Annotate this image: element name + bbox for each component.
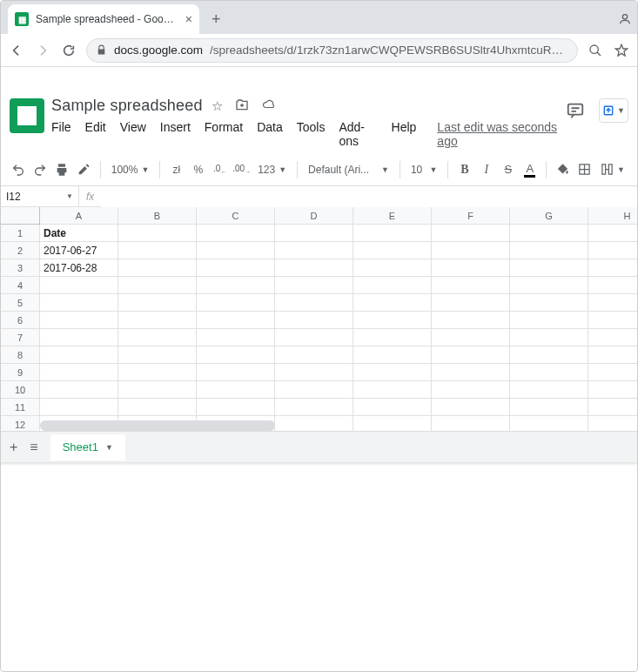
cell[interactable]	[353, 294, 432, 312]
cell[interactable]	[118, 242, 197, 259]
cell[interactable]	[432, 294, 510, 312]
cell[interactable]	[118, 277, 197, 294]
cell[interactable]	[588, 364, 637, 381]
formula-input[interactable]	[101, 186, 637, 207]
cell[interactable]	[510, 259, 588, 277]
bold-button[interactable]: B	[455, 160, 473, 179]
horizontal-scrollbar[interactable]	[40, 420, 275, 431]
all-sheets-button[interactable]: ≡	[30, 440, 37, 455]
search-icon[interactable]	[587, 42, 604, 59]
cell[interactable]	[275, 399, 353, 416]
cell[interactable]	[275, 242, 353, 259]
sheet-tab-menu-icon[interactable]: ▼	[105, 443, 113, 452]
cell[interactable]	[40, 364, 118, 381]
cell[interactable]	[118, 346, 197, 364]
row-header[interactable]: 7	[1, 329, 40, 346]
cell[interactable]	[432, 259, 510, 277]
column-header[interactable]: E	[353, 207, 432, 225]
menu-edit[interactable]: Edit	[85, 120, 106, 148]
undo-button[interactable]	[10, 160, 28, 179]
cell[interactable]	[510, 277, 588, 294]
add-sheet-button[interactable]: +	[10, 440, 17, 455]
cloud-status-icon[interactable]	[261, 98, 277, 114]
cell[interactable]	[40, 346, 118, 364]
cell[interactable]	[353, 259, 432, 277]
row-header[interactable]: 9	[1, 364, 40, 381]
column-header[interactable]: D	[275, 207, 353, 225]
new-tab-button[interactable]: +	[199, 4, 233, 34]
cell[interactable]	[432, 277, 510, 294]
cell[interactable]	[197, 346, 275, 364]
cell[interactable]: Date	[40, 225, 118, 242]
zoom-selector[interactable]: 100%▼	[108, 164, 153, 176]
name-box[interactable]: I12▼	[1, 186, 79, 207]
cell[interactable]	[40, 399, 118, 416]
cell[interactable]	[353, 364, 432, 381]
cell[interactable]	[588, 346, 637, 364]
cell[interactable]	[353, 399, 432, 416]
cell[interactable]	[197, 259, 275, 277]
fill-color-button[interactable]	[554, 160, 572, 179]
menu-view[interactable]: View	[120, 120, 146, 148]
increase-decimal-button[interactable]: .00→	[232, 160, 251, 179]
cell[interactable]	[353, 346, 432, 364]
cell[interactable]	[588, 381, 637, 399]
last-edit-link[interactable]: Last edit was seconds ago	[437, 120, 559, 148]
cell[interactable]	[275, 294, 353, 312]
row-header[interactable]: 5	[1, 294, 40, 312]
reload-button[interactable]	[60, 42, 77, 59]
cell[interactable]	[197, 381, 275, 399]
paint-format-button[interactable]	[75, 160, 93, 179]
cell[interactable]	[588, 329, 637, 346]
cell[interactable]	[275, 225, 353, 242]
profile-icon[interactable]	[613, 4, 637, 34]
column-header[interactable]: C	[197, 207, 275, 225]
select-all-corner[interactable]	[1, 207, 40, 225]
row-header[interactable]: 4	[1, 277, 40, 294]
back-button[interactable]	[8, 42, 25, 59]
browser-tab[interactable]: ▦ Sample spreadsheed - Google Sh ×	[8, 4, 199, 34]
cell[interactable]	[510, 364, 588, 381]
cell[interactable]	[275, 346, 353, 364]
cell[interactable]	[510, 399, 588, 416]
cell[interactable]	[510, 416, 588, 431]
borders-button[interactable]	[575, 160, 594, 179]
cell[interactable]	[353, 329, 432, 346]
cell[interactable]	[353, 416, 432, 431]
column-header[interactable]: A	[40, 207, 118, 225]
italic-button[interactable]: I	[477, 160, 495, 179]
cell[interactable]	[40, 294, 118, 312]
menu-file[interactable]: File	[51, 120, 71, 148]
cell[interactable]	[510, 225, 588, 242]
cell[interactable]	[432, 399, 510, 416]
cell[interactable]	[275, 416, 353, 431]
redo-button[interactable]	[31, 160, 50, 179]
cell[interactable]	[118, 294, 197, 312]
cell[interactable]	[118, 329, 197, 346]
cell[interactable]	[588, 277, 637, 294]
cell[interactable]	[197, 399, 275, 416]
row-header[interactable]: 12	[1, 416, 40, 431]
close-tab-icon[interactable]: ×	[185, 12, 192, 26]
number-format-button[interactable]: 123▼	[254, 164, 290, 176]
cell[interactable]	[432, 364, 510, 381]
column-header[interactable]: B	[118, 207, 197, 225]
cell[interactable]	[353, 277, 432, 294]
cell[interactable]	[353, 225, 432, 242]
doc-title[interactable]: Sample spreadsheed	[51, 97, 203, 115]
cell[interactable]	[432, 346, 510, 364]
font-size-selector[interactable]: 10▼	[407, 164, 440, 176]
cell[interactable]	[588, 225, 637, 242]
cell[interactable]	[588, 399, 637, 416]
cell[interactable]	[40, 277, 118, 294]
menu-insert[interactable]: Insert	[160, 120, 191, 148]
merge-button[interactable]: ▼	[597, 163, 628, 176]
column-header[interactable]: G	[510, 207, 588, 225]
cell[interactable]	[432, 312, 510, 329]
cell[interactable]	[432, 225, 510, 242]
cell[interactable]: 2017-06-28	[40, 259, 118, 277]
menu-data[interactable]: Data	[257, 120, 283, 148]
share-button[interactable]: ▼	[599, 98, 628, 123]
move-icon[interactable]	[235, 98, 249, 114]
cell[interactable]	[197, 364, 275, 381]
